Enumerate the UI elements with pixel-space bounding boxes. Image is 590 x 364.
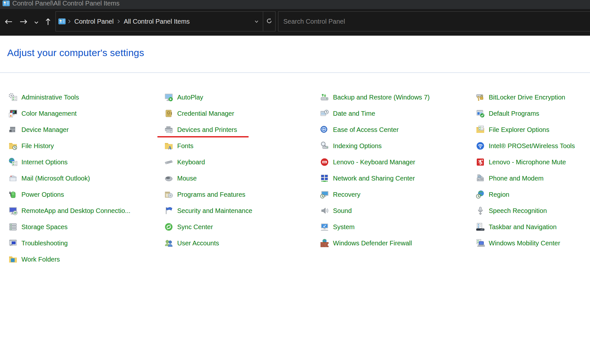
content-area: Adjust your computer's settings Administ… xyxy=(0,36,590,364)
items-column-2: AutoPlayCredential ManagerDevices and Pr… xyxy=(164,89,318,251)
up-button[interactable] xyxy=(42,9,54,36)
control-panel-item-mouse[interactable]: Mouse xyxy=(164,170,197,186)
control-panel-item-lenovo-keyboard[interactable]: Lenovo - Keyboard Manager xyxy=(320,154,415,170)
refresh-icon xyxy=(266,18,272,25)
item-label: AutoPlay xyxy=(177,94,203,101)
breadcrumb-control-panel[interactable]: Control Panel xyxy=(73,18,115,25)
breadcrumb-chevron-icon[interactable] xyxy=(66,19,73,24)
address-history-dropdown[interactable] xyxy=(250,12,263,31)
control-panel-item-mail[interactable]: Mail (Microsoft Outlook) xyxy=(8,170,90,186)
devices-and-printers-icon xyxy=(164,125,174,135)
control-panel-item-phone-modem[interactable]: Phone and Modem xyxy=(475,170,544,186)
intel-wireless-icon xyxy=(475,141,485,151)
firewall-icon xyxy=(320,238,329,248)
credential-manager-icon xyxy=(164,109,174,118)
file-history-icon xyxy=(8,141,18,151)
mobility-center-icon xyxy=(475,238,485,248)
control-panel-item-programs-and-features[interactable]: Programs and Features xyxy=(164,186,245,203)
recent-locations-button[interactable] xyxy=(32,9,41,36)
keyboard-icon xyxy=(164,157,174,167)
control-panel-item-keyboard[interactable]: Keyboard xyxy=(164,154,205,170)
item-label: Internet Options xyxy=(21,159,68,166)
breadcrumb-chevron-icon[interactable] xyxy=(115,19,122,24)
item-label: Security and Maintenance xyxy=(177,207,252,215)
indexing-options-icon xyxy=(320,141,329,151)
control-panel-item-speech-recognition[interactable]: Speech Recognition xyxy=(475,203,547,219)
search-box[interactable] xyxy=(278,11,590,31)
control-panel-item-autoplay[interactable]: AutoPlay xyxy=(164,89,203,105)
phone-modem-icon xyxy=(475,173,485,183)
items-column-4: BitLocker Drive EncryptionDefault Progra… xyxy=(475,89,590,251)
control-panel-item-sync-center[interactable]: Sync Center xyxy=(164,219,213,235)
item-label: Default Programs xyxy=(489,110,539,117)
control-panel-item-troubleshooting[interactable]: Troubleshooting xyxy=(8,235,68,251)
control-panel-item-file-history[interactable]: File History xyxy=(8,138,54,154)
control-panel-item-network-sharing[interactable]: Network and Sharing Center xyxy=(320,170,415,186)
control-panel-item-default-programs[interactable]: Default Programs xyxy=(475,105,539,122)
item-label: Device Manager xyxy=(21,126,69,134)
control-panel-item-device-manager[interactable]: Device Manager xyxy=(8,122,69,138)
control-panel-item-storage-spaces[interactable]: Storage Spaces xyxy=(8,219,68,235)
item-label: Power Options xyxy=(21,191,64,198)
control-panel-item-user-accounts[interactable]: User Accounts xyxy=(164,235,219,251)
control-panel-item-firewall[interactable]: Windows Defender Firewall xyxy=(320,235,412,251)
item-label: Recovery xyxy=(333,191,360,198)
refresh-button[interactable] xyxy=(263,12,275,31)
item-label: BitLocker Drive Encryption xyxy=(489,94,565,101)
control-panel-item-work-folders[interactable]: Work Folders xyxy=(8,251,60,267)
control-panel-item-intel-wireless[interactable]: Intel® PROSet/Wireless Tools xyxy=(475,138,575,154)
control-panel-item-lenovo-mic[interactable]: Lenovo - Microphone Mute xyxy=(475,154,566,170)
user-accounts-icon xyxy=(164,238,174,248)
back-button[interactable] xyxy=(3,9,14,36)
item-label: Network and Sharing Center xyxy=(333,175,415,182)
items-column-1: Administrative ToolsColor ManagementDevi… xyxy=(8,89,162,267)
control-panel-item-mobility-center[interactable]: Windows Mobility Center xyxy=(475,235,560,251)
forward-button[interactable] xyxy=(18,9,30,36)
item-label: Work Folders xyxy=(21,256,60,263)
control-panel-item-devices-and-printers[interactable]: Devices and Printers xyxy=(164,122,237,138)
item-label: Date and Time xyxy=(333,110,375,117)
control-panel-item-internet-options[interactable]: Internet Options xyxy=(8,154,68,170)
address-bar[interactable]: Control Panel All Control Panel Items xyxy=(55,11,276,31)
control-panel-item-power-options[interactable]: Power Options xyxy=(8,186,64,203)
items-grid: Administrative ToolsColor ManagementDevi… xyxy=(0,89,590,271)
storage-spaces-icon xyxy=(8,222,18,232)
control-panel-item-administrative-tools[interactable]: Administrative Tools xyxy=(8,89,79,105)
item-label: Lenovo - Microphone Mute xyxy=(489,159,566,166)
control-panel-item-region[interactable]: Region xyxy=(475,186,509,203)
search-input[interactable] xyxy=(278,18,590,25)
item-label: Windows Defender Firewall xyxy=(333,240,412,247)
item-label: Ease of Access Center xyxy=(333,126,399,134)
control-panel-item-bitlocker[interactable]: BitLocker Drive Encryption xyxy=(475,89,565,105)
control-panel-item-file-explorer-options[interactable]: File Explorer Options xyxy=(475,122,549,138)
control-panel-item-fonts[interactable]: AFonts xyxy=(164,138,193,154)
control-panel-item-credential-manager[interactable]: Credential Manager xyxy=(164,105,234,122)
control-panel-item-security-and-maintenance[interactable]: Security and Maintenance xyxy=(164,203,252,219)
item-label: System xyxy=(333,223,355,231)
internet-options-icon xyxy=(8,157,18,167)
back-arrow-icon xyxy=(4,18,13,26)
control-panel-icon xyxy=(3,0,10,8)
control-panel-item-recovery[interactable]: Recovery xyxy=(320,186,360,203)
control-panel-item-backup-restore[interactable]: Backup and Restore (Windows 7) xyxy=(320,89,430,105)
breadcrumb-all-control-panel-items[interactable]: All Control Panel Items xyxy=(122,18,191,25)
control-panel-item-date-and-time[interactable]: Date and Time xyxy=(320,105,375,122)
forward-arrow-icon xyxy=(19,18,28,26)
control-panel-item-sound[interactable]: Sound xyxy=(320,203,352,219)
ease-of-access-icon xyxy=(320,125,329,135)
item-label: File Explorer Options xyxy=(489,126,549,134)
control-panel-item-ease-of-access[interactable]: Ease of Access Center xyxy=(320,122,399,138)
control-panel-item-color-management[interactable]: Color Management xyxy=(8,105,77,122)
item-label: Keyboard xyxy=(177,159,205,166)
recovery-icon xyxy=(320,190,329,199)
item-label: Mouse xyxy=(177,175,197,182)
control-panel-item-system[interactable]: System xyxy=(320,219,355,235)
control-panel-item-remoteapp[interactable]: RemoteApp and Desktop Connectio... xyxy=(8,203,130,219)
fonts-icon: A xyxy=(164,141,174,151)
control-panel-item-indexing-options[interactable]: Indexing Options xyxy=(320,138,382,154)
control-panel-item-taskbar-navigation[interactable]: Taskbar and Navigation xyxy=(475,219,557,235)
item-label: Mail (Microsoft Outlook) xyxy=(21,175,90,182)
item-label: Lenovo - Keyboard Manager xyxy=(333,159,415,166)
file-explorer-options-icon xyxy=(475,125,485,135)
window-title: Control Panel\All Control Panel Items xyxy=(12,0,119,7)
